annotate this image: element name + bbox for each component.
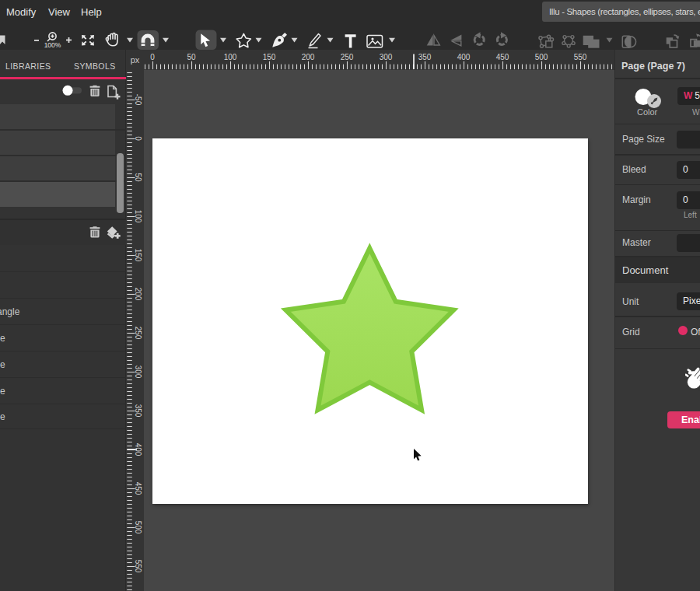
svg-text:100%: 100% [44,41,61,49]
